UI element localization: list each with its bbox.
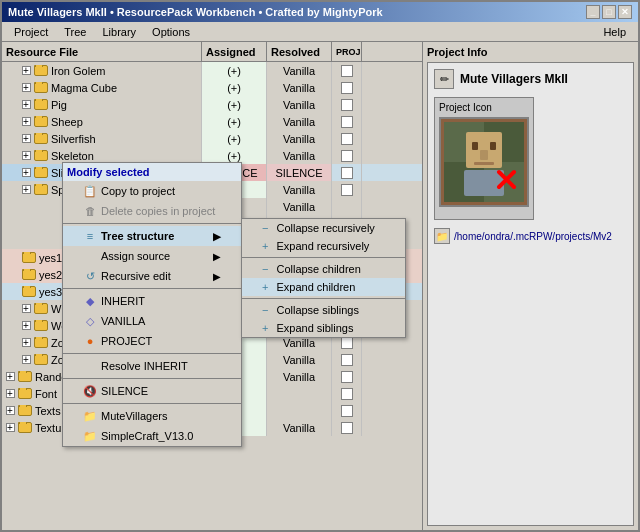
folder-icon bbox=[34, 65, 48, 76]
table-row[interactable]: Iron Golem (+) Vanilla bbox=[2, 62, 422, 79]
table-row[interactable]: Sheep (+) Vanilla bbox=[2, 113, 422, 130]
expander-icon[interactable] bbox=[22, 338, 31, 347]
expander-icon[interactable] bbox=[22, 304, 31, 313]
expander-icon[interactable] bbox=[6, 372, 15, 381]
proj-checkbox[interactable] bbox=[341, 405, 353, 417]
folder-icon bbox=[18, 405, 32, 416]
expander-icon[interactable] bbox=[22, 355, 31, 364]
separator bbox=[242, 257, 405, 258]
title-bar: Mute Villagers MkII • ResourcePack Workb… bbox=[2, 2, 638, 22]
proj-checkbox[interactable] bbox=[341, 65, 353, 77]
folder-icon bbox=[22, 252, 36, 263]
table-row[interactable]: Magma Cube (+) Vanilla bbox=[2, 79, 422, 96]
proj-checkbox[interactable] bbox=[341, 337, 353, 349]
col-resource-file: Resource File bbox=[2, 42, 202, 61]
proj-checkbox[interactable] bbox=[341, 99, 353, 111]
expander-icon[interactable] bbox=[22, 134, 31, 143]
collapse-icon: − bbox=[262, 263, 268, 275]
expander-icon[interactable] bbox=[22, 117, 31, 126]
proj-checkbox[interactable] bbox=[341, 116, 353, 128]
col-proj: PROJ bbox=[332, 42, 362, 61]
submenu-arrow: ▶ bbox=[213, 251, 221, 262]
project-icon-svg bbox=[444, 122, 524, 202]
ctx-mutevillagers[interactable]: 📁 MuteVillagers bbox=[63, 406, 241, 426]
vanilla-icon: ◇ bbox=[83, 314, 97, 328]
proj-checkbox[interactable] bbox=[341, 184, 353, 196]
proj-checkbox[interactable] bbox=[341, 388, 353, 400]
ctx-collapse-children[interactable]: − Collapse children bbox=[242, 260, 405, 278]
expander-icon[interactable] bbox=[22, 151, 31, 160]
separator bbox=[63, 223, 241, 224]
expander-icon[interactable] bbox=[22, 66, 31, 75]
menu-library[interactable]: Library bbox=[94, 24, 144, 40]
expander-icon[interactable] bbox=[22, 100, 31, 109]
project-icon-container bbox=[439, 117, 529, 207]
separator bbox=[242, 298, 405, 299]
project-path-text: /home/ondra/.mcRPW/projects/Mv2 bbox=[454, 231, 612, 242]
project-icon: ● bbox=[83, 334, 97, 348]
project-info-box: ✏ Mute Villagers MkII Project Icon bbox=[427, 62, 634, 526]
menu-tree[interactable]: Tree bbox=[56, 24, 94, 40]
ctx-simplecraft[interactable]: 📁 SimpleCraft_V13.0 bbox=[63, 426, 241, 446]
menu-help[interactable]: Help bbox=[595, 24, 634, 40]
maximize-button[interactable]: □ bbox=[602, 5, 616, 19]
menu-bar: Project Tree Library Options Help bbox=[2, 22, 638, 42]
simplecraft-icon: 📁 bbox=[83, 429, 97, 443]
ctx-copy-to-project[interactable]: 📋 Copy to project bbox=[63, 181, 241, 201]
proj-checkbox[interactable] bbox=[341, 354, 353, 366]
expander-icon[interactable] bbox=[22, 83, 31, 92]
ctx-tree-structure[interactable]: ≡ Tree structure ▶ bbox=[63, 226, 241, 246]
project-icon-label: Project Icon bbox=[439, 102, 529, 113]
proj-checkbox[interactable] bbox=[341, 150, 353, 162]
expander-icon[interactable] bbox=[6, 406, 15, 415]
assigned-cell: (+) bbox=[202, 62, 267, 79]
minimize-button[interactable]: _ bbox=[586, 5, 600, 19]
proj-checkbox[interactable] bbox=[341, 82, 353, 94]
ctx-collapse-siblings[interactable]: − Collapse siblings bbox=[242, 301, 405, 319]
table-header: Resource File Assigned Resolved PROJ bbox=[2, 42, 422, 62]
ctx-vanilla[interactable]: ◇ VANILLA bbox=[63, 311, 241, 331]
table-row[interactable]: Silverfish (+) Vanilla bbox=[2, 130, 422, 147]
window-title: Mute Villagers MkII • ResourcePack Workb… bbox=[8, 6, 383, 18]
expander-icon[interactable] bbox=[6, 389, 15, 398]
separator bbox=[63, 288, 241, 289]
context-menu[interactable]: Modify selected 📋 Copy to project 🗑 Dele… bbox=[62, 162, 242, 447]
path-icon: 📁 bbox=[434, 228, 450, 244]
collapse-icon: − bbox=[262, 304, 268, 316]
menu-options[interactable]: Options bbox=[144, 24, 198, 40]
proj-checkbox[interactable] bbox=[341, 133, 353, 145]
svg-rect-5 bbox=[490, 142, 496, 150]
separator bbox=[63, 353, 241, 354]
ctx-project[interactable]: ● PROJECT bbox=[63, 331, 241, 351]
expand-icon: + bbox=[262, 240, 268, 252]
tree-icon: ≡ bbox=[83, 229, 97, 243]
menu-project[interactable]: Project bbox=[6, 24, 56, 40]
folder-icon bbox=[34, 354, 48, 365]
ctx-resolve-inherit[interactable]: Resolve INHERIT bbox=[63, 356, 241, 376]
resolve-icon bbox=[83, 359, 97, 373]
table-row[interactable]: Pig (+) Vanilla bbox=[2, 96, 422, 113]
expander-icon[interactable] bbox=[22, 321, 31, 330]
ctx-inherit[interactable]: ◆ INHERIT bbox=[63, 291, 241, 311]
close-button[interactable]: ✕ bbox=[618, 5, 632, 19]
ctx-assign-source[interactable]: Assign source ▶ bbox=[63, 246, 241, 266]
ctx-expand-siblings[interactable]: + Expand siblings bbox=[242, 319, 405, 337]
ctx-recursive-edit[interactable]: ↺ Recursive edit ▶ bbox=[63, 266, 241, 286]
ctx-expand-children[interactable]: + Expand children bbox=[242, 278, 405, 296]
expander-icon[interactable] bbox=[6, 423, 15, 432]
folder-icon bbox=[34, 167, 48, 178]
project-path: 📁 /home/ondra/.mcRPW/projects/Mv2 bbox=[434, 228, 627, 244]
proj-checkbox[interactable] bbox=[341, 422, 353, 434]
proj-checkbox[interactable] bbox=[341, 167, 353, 179]
ctx-expand-recursively[interactable]: + Expand recursively bbox=[242, 237, 405, 255]
folder-icon bbox=[22, 286, 36, 297]
edit-button[interactable]: ✏ bbox=[434, 69, 454, 89]
ctx-modify-selected: Modify selected bbox=[63, 163, 241, 181]
ctx-collapse-recursively[interactable]: − Collapse recursively bbox=[242, 219, 405, 237]
proj-checkbox[interactable] bbox=[341, 371, 353, 383]
inherit-icon: ◆ bbox=[83, 294, 97, 308]
tree-structure-submenu[interactable]: − Collapse recursively + Expand recursiv… bbox=[241, 218, 406, 338]
ctx-silence[interactable]: 🔇 SILENCE bbox=[63, 381, 241, 401]
expander-icon[interactable] bbox=[22, 168, 31, 177]
expander-icon[interactable] bbox=[22, 185, 31, 194]
